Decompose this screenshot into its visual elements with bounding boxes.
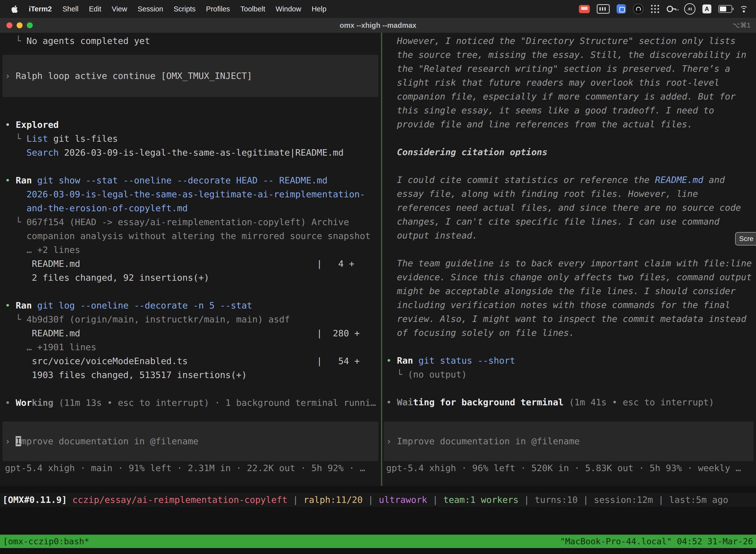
text-segment: git log --oneline --decorate -n 5 --stat [37, 300, 252, 311]
terminal-pane-left[interactable]: └ No agents completed yet› Ralph loop ac… [0, 33, 381, 486]
key-icon[interactable] [667, 6, 673, 12]
traffic-lights [6, 22, 33, 28]
text-segment: | [653, 495, 669, 505]
terminal-line: slight risk that future readers may over… [386, 76, 756, 90]
dark-app-icon[interactable] [633, 4, 643, 14]
prompt-input-right[interactable]: › Improve documentation in @filename [384, 422, 754, 461]
text-segment: git ls-files [48, 133, 118, 144]
text-segment: last:5m ago [669, 495, 728, 505]
text-segment [564, 397, 569, 407]
menu-item-window[interactable]: Window [270, 5, 306, 13]
terminal-line: output instead. [386, 229, 756, 242]
terminal-line: evidence. Since this change only affects… [386, 270, 756, 284]
terminal-line: README.md | 4 + [5, 257, 381, 271]
text-segment: › [386, 436, 397, 446]
blue-app-icon[interactable] [617, 4, 626, 14]
text-segment: slight risk that future readers may over… [386, 77, 719, 88]
terminal: └ No agents completed yet› Ralph loop ac… [0, 33, 756, 486]
menu-item-view[interactable]: View [107, 5, 132, 13]
text-segment: └ [5, 314, 26, 324]
terminal-line: review. Also, I might want to inspect th… [386, 312, 756, 326]
text-segment: changes, I can't cite specific file line… [386, 216, 719, 227]
text-segment: session:12m [594, 495, 653, 505]
model-status-line: gpt-5.4 xhigh · 96% left · 520K in · 5.8… [386, 461, 756, 475]
text-segment: Wai [397, 397, 413, 407]
text-segment [5, 148, 26, 158]
terminal-line: └ No agents completed yet [5, 34, 381, 48]
text-segment: Considering citation options [386, 147, 548, 157]
text-segment: README.md | 280 + [5, 328, 360, 338]
text-segment: • [386, 397, 397, 407]
terminal-line: └ 067f154 (HEAD -> essay/ai-reimplementa… [5, 215, 381, 229]
tmux-host-time: "MacBook-Pro-44.local" 04:52 31-Mar-26 [560, 536, 753, 546]
spacer [5, 97, 381, 104]
text-segment: gpt-5.4 xhigh · main · 91% left · 2.31M … [5, 463, 365, 473]
text-segment: 2026-03-09-is-legal-the-same-as-legitima… [5, 189, 365, 199]
text-segment: git show --stat --oneline --decorate HEA… [37, 175, 327, 185]
text-segment: references need actual files, and since … [386, 203, 741, 213]
terminal-line: I could cite commit statistics or refere… [386, 173, 756, 187]
text-segment: • [386, 355, 397, 366]
menu-item-iterm2[interactable]: iTerm2 [23, 5, 57, 13]
terminal-line: the source tree, missing the essay. Stil… [386, 48, 756, 62]
prompt-text: › Improve documentation in @filename [386, 434, 754, 448]
menu-item-edit[interactable]: Edit [83, 5, 107, 13]
text-segment: might be acceptable alongside the file l… [386, 286, 736, 296]
text-segment: ultrawork [379, 495, 427, 505]
text-segment: output instead. [386, 230, 478, 240]
text-segment: └ [5, 217, 26, 227]
terminal-pane-right[interactable]: However, I noticed the "Directory Struct… [382, 33, 756, 486]
keyboard-icon[interactable] [597, 4, 610, 14]
window-title: omx --xhigh --madmax [0, 21, 756, 30]
screen-edge-tooltip[interactable]: Scre [735, 232, 756, 245]
terminal-line: └ 4b9d30f (origin/main, instructkr/main,… [5, 313, 381, 326]
text-segment: 4b9d30f (origin/main, instructkr/main, m… [26, 314, 290, 324]
text-segment: ting for background terminal [413, 397, 564, 407]
menu-item-help[interactable]: Help [306, 5, 332, 13]
terminal-line: provide file and line references from th… [386, 117, 756, 131]
text-segment: the source tree, missing the essay. Stil… [386, 50, 746, 60]
text-segment: Search [26, 148, 59, 158]
battery-icon[interactable] [718, 5, 732, 13]
terminal-line [386, 131, 756, 145]
text-segment: └ [5, 36, 26, 46]
menu-item-shell[interactable]: Shell [57, 5, 84, 13]
menu-item-toolbelt[interactable]: Toolbelt [235, 5, 270, 13]
prompt-input-left[interactable]: › Improve documentation in @filename [2, 422, 378, 461]
menu-item-session[interactable]: Session [132, 5, 169, 13]
terminal-line: companion analysis without altering the … [5, 229, 381, 243]
text-segment: • [5, 120, 16, 130]
text-segment: companion analysis without altering the … [5, 231, 371, 241]
terminal-line: 1903 files changed, 513517 insertions(+) [5, 368, 381, 382]
wifi-icon[interactable] [739, 5, 749, 12]
window-shortcut-badge: ⌥⌘1 [733, 21, 751, 29]
text-segment: … +1901 lines [5, 342, 96, 352]
menu-item-scripts[interactable]: Scripts [169, 5, 201, 13]
menu-items: ShellEditViewSessionScriptsProfilesToolb… [57, 5, 332, 13]
text-segment: | [519, 495, 535, 505]
text-segment: Explored [16, 120, 59, 130]
close-button[interactable] [6, 22, 12, 28]
terminal-line: README.md | 280 + [5, 326, 381, 340]
text-segment: | [427, 495, 443, 505]
text-segment: └ [5, 133, 26, 144]
menu-item-profiles[interactable]: Profiles [201, 5, 235, 13]
apple-menu-icon[interactable] [6, 5, 23, 13]
gauge-icon[interactable]: .61 [684, 3, 695, 15]
text-segment: turns:10 [535, 495, 578, 505]
text-segment: git status --short [419, 355, 515, 366]
input-source-icon[interactable]: A [702, 4, 711, 13]
text-segment: └ [386, 369, 408, 380]
text-segment: king [32, 398, 53, 408]
text-segment: README.md | 4 + [5, 259, 355, 269]
ran-git-log: • Ran git log --oneline --decorate -n 5 … [5, 298, 381, 313]
grid-icon[interactable] [650, 4, 660, 14]
zoom-button[interactable] [27, 22, 33, 28]
minimize-button[interactable] [17, 22, 22, 28]
tmux-session-info: [omx-cczip0:bash* [3, 536, 89, 546]
apple-logo-icon [11, 5, 18, 13]
text-segment: ralph:11/20 [304, 495, 363, 505]
window-titlebar[interactable]: omx --xhigh --madmax ⌥⌘1 [0, 18, 756, 33]
text-segment: mprove documentation in @filename [21, 436, 198, 446]
screen-recording-icon[interactable] [579, 5, 590, 13]
